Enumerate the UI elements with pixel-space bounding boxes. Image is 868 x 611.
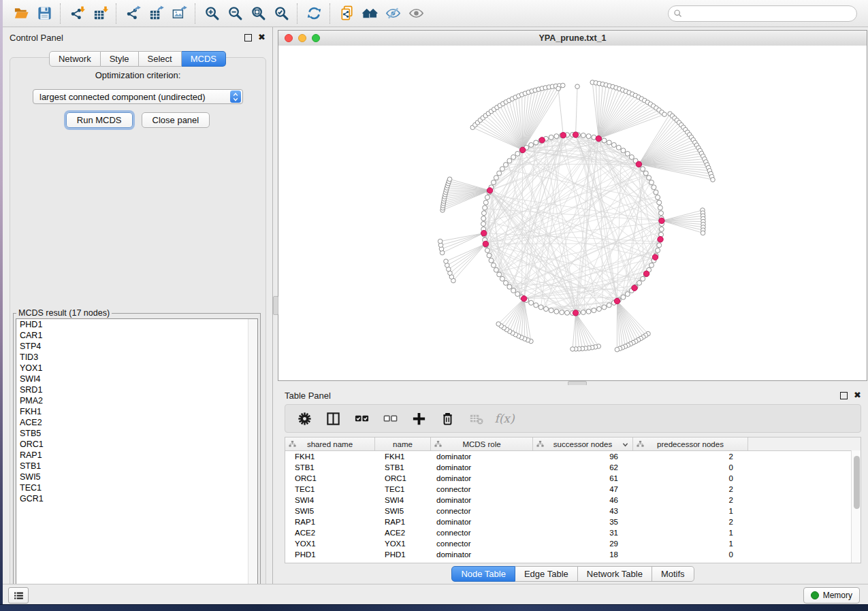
open-folder-button[interactable] bbox=[10, 2, 33, 25]
share-document-button[interactable] bbox=[335, 2, 358, 25]
search-field[interactable] bbox=[668, 5, 857, 22]
table-scrollbar[interactable] bbox=[851, 450, 861, 563]
mcds-list-scrollbar[interactable] bbox=[248, 319, 257, 586]
mcds-result-item[interactable]: RAP1 bbox=[16, 450, 257, 461]
table-row[interactable]: STB1STB1dominator620 bbox=[285, 462, 861, 473]
search-input[interactable] bbox=[684, 7, 856, 20]
memory-button[interactable]: Memory bbox=[803, 587, 860, 604]
memory-status-icon bbox=[811, 591, 819, 599]
table-row[interactable]: YOX1YOX1connector291 bbox=[285, 538, 861, 549]
zoom-fit-button[interactable] bbox=[246, 2, 270, 25]
task-history-button[interactable] bbox=[8, 587, 29, 604]
mcds-result-item[interactable]: CAR1 bbox=[16, 330, 257, 341]
delete-row-button[interactable] bbox=[436, 408, 458, 429]
mcds-result-item[interactable]: SRD1 bbox=[16, 384, 257, 395]
mcds-tab-content: Optimization criterion: largest connecte… bbox=[10, 57, 266, 599]
cell: 96 bbox=[533, 451, 633, 462]
table-tabs-row: Node TableEdge TableNetwork TableMotifs bbox=[278, 566, 868, 582]
table-row[interactable]: SWI4SWI4dominator462 bbox=[285, 495, 861, 506]
network-canvas[interactable] bbox=[278, 46, 867, 380]
columns-button[interactable] bbox=[322, 408, 344, 429]
table-row[interactable]: RAP1RAP1dominator352 bbox=[285, 516, 861, 527]
zoom-selected-button[interactable] bbox=[270, 2, 293, 25]
refresh-icon bbox=[306, 5, 322, 21]
table-row[interactable]: SWI5SWI5connector431 bbox=[285, 506, 861, 516]
column-header-mcds-role[interactable]: MCDS role bbox=[431, 437, 533, 450]
sort-desc-icon bbox=[622, 442, 628, 448]
mcds-result-item[interactable]: FKH1 bbox=[16, 406, 257, 417]
network-window-titlebar[interactable]: YPA_prune.txt_1 bbox=[278, 31, 867, 46]
import-network-button[interactable] bbox=[65, 2, 89, 25]
mcds-result-item[interactable]: PHD1 bbox=[16, 319, 257, 330]
mcds-result-item[interactable]: STB1 bbox=[16, 461, 257, 472]
hide-graphics-button[interactable] bbox=[381, 2, 404, 25]
refresh-button[interactable] bbox=[302, 2, 325, 25]
mcds-result-item[interactable]: GCR1 bbox=[16, 493, 257, 504]
tab-mcds[interactable]: MCDS bbox=[182, 51, 226, 67]
show-graphics-button[interactable] bbox=[404, 2, 428, 25]
mcds-result-item[interactable]: TEC1 bbox=[16, 482, 257, 493]
network-home-button[interactable] bbox=[358, 2, 381, 25]
column-header-name[interactable]: name bbox=[375, 437, 431, 450]
close-panel-icon[interactable]: ✖ bbox=[258, 34, 266, 41]
float-table-panel-icon[interactable] bbox=[840, 392, 848, 399]
cell: 18 bbox=[533, 549, 633, 560]
delete-table-button[interactable] bbox=[465, 408, 487, 429]
export-network-button[interactable] bbox=[121, 2, 144, 25]
tab-style[interactable]: Style bbox=[101, 51, 139, 67]
column-header-shared-name[interactable]: shared name bbox=[285, 437, 375, 450]
column-header-predecessor-nodes[interactable]: predecessor nodes bbox=[633, 437, 748, 450]
select-all-button[interactable] bbox=[351, 408, 372, 429]
columns-icon bbox=[325, 411, 341, 427]
cell: STB1 bbox=[285, 462, 375, 473]
mcds-result-item[interactable]: ACE2 bbox=[16, 417, 257, 428]
mcds-result-item[interactable]: TID3 bbox=[16, 352, 257, 363]
import-table-button[interactable] bbox=[89, 2, 112, 25]
function-button[interactable]: f(x) bbox=[494, 408, 515, 429]
mcds-result-item[interactable]: PMA2 bbox=[16, 395, 257, 406]
cell: 35 bbox=[533, 516, 633, 527]
mcds-result-item[interactable]: ORC1 bbox=[16, 439, 257, 450]
mcds-result-item[interactable]: YOX1 bbox=[16, 363, 257, 374]
zoom-out-button[interactable] bbox=[223, 2, 246, 25]
toolbar-separator bbox=[329, 3, 331, 24]
cell: dominator bbox=[431, 462, 533, 473]
cell: FKH1 bbox=[375, 451, 431, 462]
table-row[interactable]: ORC1ORC1dominator610 bbox=[285, 473, 861, 484]
tab-edge-table[interactable]: Edge Table bbox=[515, 566, 578, 582]
save-button[interactable] bbox=[33, 2, 56, 25]
export-image-button[interactable] bbox=[167, 2, 191, 25]
vertical-splitter-handle[interactable] bbox=[273, 296, 278, 315]
float-panel-icon[interactable] bbox=[244, 34, 252, 42]
table-row[interactable]: PHD1PHD1dominator180 bbox=[285, 549, 861, 560]
mcds-result-item[interactable]: STP4 bbox=[16, 341, 257, 352]
column-header-successor-nodes[interactable]: successor nodes bbox=[533, 437, 633, 450]
mcds-result-item[interactable]: SWI5 bbox=[16, 472, 257, 482]
tab-network-table[interactable]: Network Table bbox=[578, 566, 652, 582]
tab-network[interactable]: Network bbox=[49, 51, 101, 67]
criterion-dropdown-value: largest connected component (undirected) bbox=[39, 92, 230, 102]
cell: SWI4 bbox=[375, 495, 431, 506]
tab-motifs[interactable]: Motifs bbox=[652, 566, 694, 582]
mcds-result-list[interactable]: PHD1CAR1STP4TID3YOX1SWI4SRD1PMA2FKH1ACE2… bbox=[16, 318, 258, 587]
export-table-button[interactable] bbox=[144, 2, 167, 25]
tab-select[interactable]: Select bbox=[139, 51, 182, 67]
add-row-button[interactable] bbox=[408, 408, 430, 429]
table-scrollbar-thumb[interactable] bbox=[854, 456, 860, 509]
tab-node-table[interactable]: Node Table bbox=[451, 566, 515, 582]
import-table-icon bbox=[93, 5, 108, 21]
mcds-result-item[interactable]: SWI4 bbox=[16, 374, 257, 384]
table-row[interactable]: ACE2ACE2connector311 bbox=[285, 527, 861, 538]
close-panel-button[interactable]: Close panel bbox=[142, 112, 210, 128]
close-table-panel-icon[interactable]: ✖ bbox=[854, 392, 861, 399]
mcds-result-item[interactable]: STB5 bbox=[16, 428, 257, 439]
run-mcds-button[interactable]: Run MCDS bbox=[66, 112, 133, 128]
table-row[interactable]: FKH1FKH1dominator962 bbox=[285, 451, 861, 462]
cell: dominator bbox=[431, 516, 533, 527]
zoom-in-button[interactable] bbox=[200, 2, 223, 25]
table-row[interactable]: TEC1TEC1connector472 bbox=[285, 484, 861, 495]
criterion-dropdown[interactable]: largest connected component (undirected) bbox=[33, 89, 243, 104]
deselect-all-button[interactable] bbox=[379, 408, 401, 429]
settings-button[interactable] bbox=[293, 408, 315, 429]
network-graph[interactable] bbox=[278, 46, 867, 380]
